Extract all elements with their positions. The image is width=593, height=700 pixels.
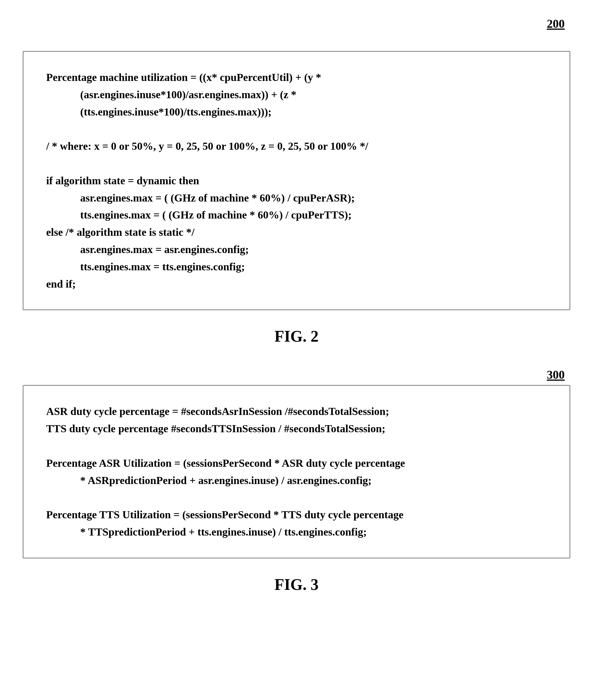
code-line — [46, 120, 547, 138]
page-number-200: 200 — [547, 17, 565, 31]
code-line: TTS duty cycle percentage #secondsTTSInS… — [46, 420, 547, 437]
code-line: ASR duty cycle percentage = #secondsAsrI… — [46, 403, 547, 420]
code-line-else: else /* algorithm state is static */ — [46, 224, 547, 241]
code-line — [46, 155, 547, 172]
code-line: tts.engines.max = ( (GHz of machine * 60… — [46, 206, 547, 224]
code-line — [46, 489, 547, 506]
code-line — [46, 437, 547, 454]
figure2-code-content: Percentage machine utilization = ((x* cp… — [46, 69, 547, 293]
code-line: Percentage machine utilization = ((x* cp… — [46, 69, 547, 86]
figure3-label: FIG. 3 — [23, 575, 570, 594]
figure2-label: FIG. 2 — [23, 327, 570, 345]
code-line: (tts.engines.inuse*100)/tts.engines.max)… — [46, 103, 547, 121]
code-line: (asr.engines.inuse*100)/asr.engines.max)… — [46, 86, 547, 103]
page-number-300: 300 — [547, 368, 565, 382]
figure3-code-content: ASR duty cycle percentage = #secondsAsrI… — [46, 403, 547, 540]
code-line: Percentage ASR Utilization = (sessionsPe… — [46, 454, 547, 472]
code-line-endif: end if; — [46, 275, 547, 293]
figure2-code-box: Percentage machine utilization = ((x* cp… — [23, 51, 570, 310]
code-line: / * where: x = 0 or 50%, y = 0, 25, 50 o… — [46, 138, 547, 155]
code-line: * ASRpredictionPeriod + asr.engines.inus… — [46, 472, 547, 489]
figure3-code-box: ASR duty cycle percentage = #secondsAsrI… — [23, 385, 570, 558]
code-line: Percentage TTS Utilization = (sessionsPe… — [46, 506, 547, 523]
code-line: asr.engines.max = ( (GHz of machine * 60… — [46, 189, 547, 207]
code-line-if: if algorithm state = dynamic then — [46, 172, 547, 189]
code-line: tts.engines.max = tts.engines.config; — [46, 258, 547, 275]
code-line: * TTSpredictionPeriod + tts.engines.inus… — [46, 523, 547, 541]
code-line: asr.engines.max = asr.engines.config; — [46, 241, 547, 258]
